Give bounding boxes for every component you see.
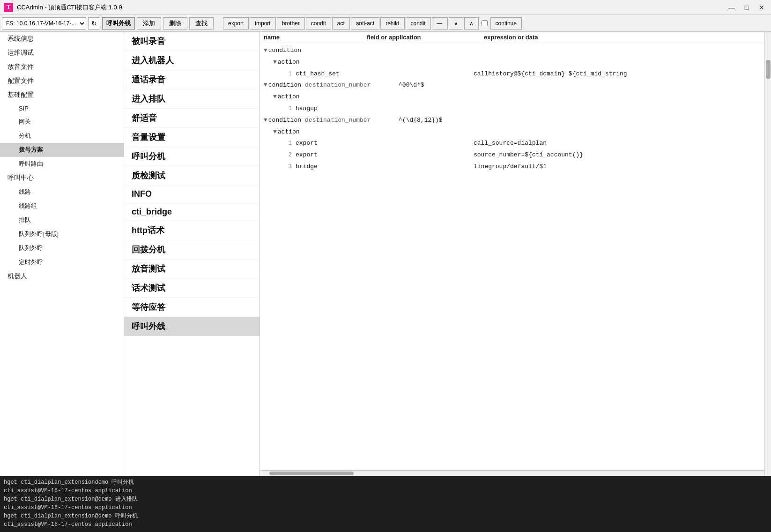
middle-list-item[interactable]: 通话录音 [124, 70, 259, 89]
tree-condition-expr: ^00\d*$ [399, 81, 424, 90]
close-button[interactable]: ✕ [756, 3, 767, 12]
sidebar-item[interactable]: 网关 [0, 115, 124, 129]
middle-list-item[interactable]: INFO [124, 185, 259, 203]
tree-row[interactable]: ▼ action [260, 91, 764, 103]
middle-list-item[interactable]: 质检测试 [124, 166, 259, 185]
maximize-button[interactable]: □ [741, 3, 752, 12]
tree-item-expr: callhistory@${cti_domain} ${cti_mid_stri… [474, 69, 627, 79]
tree-toggle[interactable]: ▼ [264, 116, 267, 126]
middle-list-item[interactable]: 等待应答 [124, 298, 259, 317]
middle-list-item[interactable]: 进入机器人 [124, 51, 259, 70]
col-name: name [264, 34, 367, 41]
tree-row[interactable]: 1cti_hash_setcallhistory@${cti_domain} $… [260, 68, 764, 80]
sidebar-item[interactable]: 定时外呼 [0, 255, 124, 269]
tree-condition-field: destination_number [305, 116, 399, 126]
sidebar-item[interactable]: 队列外呼 [0, 241, 124, 255]
sidebar-item[interactable]: 排队 [0, 213, 124, 227]
tree-row[interactable]: ▼ action [260, 57, 764, 68]
tree-row[interactable]: ▼ conditiondestination_number^00\d*$ [260, 80, 764, 91]
app-title: CCAdmin - 顶顶通CTI接口客户端 1.0.9 [17, 3, 726, 12]
delete-button[interactable]: 删除 [163, 17, 187, 30]
search-button[interactable]: 查找 [189, 17, 214, 30]
middle-list-item[interactable]: 呼叫外线 [124, 317, 259, 336]
down-button[interactable]: ∨ [449, 17, 463, 30]
right-toolbar: export import brother condit act anti-ac… [223, 17, 522, 30]
sidebar-item[interactable]: 基础配置 [0, 88, 124, 102]
tree-row[interactable]: ▼ action [260, 126, 764, 138]
tree-item-expr: linegroup/default/$1 [474, 162, 547, 172]
h-scrollbar-thumb [269, 472, 354, 475]
sidebar-item[interactable]: 线路 [0, 185, 124, 199]
tree-toggle[interactable]: ▼ [273, 58, 277, 67]
middle-list-item[interactable]: 放音测试 [124, 259, 259, 279]
log-line: hget cti_dialplan_extension@demo 进入排队 [4, 495, 767, 503]
sidebar-item[interactable]: 呼叫中心 [0, 171, 124, 185]
tree-item-expr: call_source=dialplan [474, 139, 547, 148]
tree-row[interactable]: ▼ conditiondestination_number^(\d{8,12})… [260, 115, 764, 126]
tree-item-name: hangup [296, 104, 371, 114]
sidebar-item[interactable]: 系统信息 [0, 32, 124, 46]
middle-list-item[interactable]: cti_bridge [124, 203, 259, 221]
sidebar-item[interactable]: SIP [0, 102, 124, 115]
window-controls: — □ ✕ [726, 3, 767, 12]
middle-list-item[interactable]: 话术测试 [124, 279, 259, 298]
sidebar-item[interactable]: 配置文件 [0, 74, 124, 88]
tree-condition-name: condition [268, 81, 301, 90]
tree-row[interactable]: 1hangup [260, 103, 764, 115]
child-cond-button[interactable]: condit [406, 17, 431, 30]
tree-item-num: 1 [282, 69, 292, 79]
log-line: cti_assist@VM-16-17-centos application [4, 487, 767, 495]
middle-list-item[interactable]: 被叫录音 [124, 32, 259, 51]
log-area: hget cti_dialplan_extensiondemo 呼叫分机cti_… [0, 476, 771, 532]
sidebar-item[interactable]: 呼叫路由 [0, 157, 124, 171]
sidebar-item[interactable]: 拨号方案 [0, 143, 124, 157]
middle-list-item[interactable]: 舒适音 [124, 109, 259, 128]
horizontal-scrollbar[interactable] [260, 470, 764, 476]
tree-row[interactable]: 1exportcall_source=dialplan [260, 138, 764, 149]
middle-list-item[interactable]: http话术 [124, 221, 259, 240]
tree-action-name: action [278, 58, 300, 67]
tree-toggle[interactable]: ▼ [273, 127, 277, 137]
middle-list-item[interactable]: 音量设置 [124, 128, 259, 147]
tree-item-name: export [296, 150, 371, 160]
add-button[interactable]: 添加 [137, 17, 161, 30]
continue-button[interactable]: continue [490, 17, 522, 30]
tree-row[interactable]: ▼ condition [260, 45, 764, 57]
sidebar-item[interactable]: 机器人 [0, 269, 124, 283]
sidebar-item[interactable]: 放音文件 [0, 60, 124, 74]
tree-toggle[interactable]: ▼ [264, 46, 267, 56]
tree-toggle[interactable]: ▼ [273, 92, 277, 102]
checkbox-input[interactable] [482, 20, 488, 26]
act-button[interactable]: act [332, 17, 350, 30]
export-button[interactable]: export [223, 17, 249, 30]
tree-row[interactable]: 2exportsource_number=${cti_account()} [260, 149, 764, 161]
right-scrollbar[interactable] [764, 32, 771, 476]
tree-header: name field or application expression or … [260, 32, 764, 43]
log-line: cti_assist@VM-16-17-centos application [4, 503, 767, 512]
middle-list-item[interactable]: 进入排队 [124, 89, 259, 109]
minus-button[interactable]: — [432, 17, 448, 30]
titlebar: T CCAdmin - 顶顶通CTI接口客户端 1.0.9 — □ ✕ [0, 0, 771, 15]
import-button[interactable]: import [250, 17, 275, 30]
middle-list-item[interactable]: 呼叫分机 [124, 147, 259, 166]
server-select[interactable]: FS: 10.0.16.17-VM-16-17-... [2, 17, 86, 30]
sidebar-item[interactable]: 运维调试 [0, 46, 124, 60]
child-button[interactable]: rehild [380, 17, 404, 30]
middle-list-item[interactable]: 回拨分机 [124, 240, 259, 259]
right-scrollbar-thumb [766, 60, 771, 79]
log-line: hget cti_dialplan_extension@demo 呼叫分机 [4, 512, 767, 520]
up-button[interactable]: ∧ [464, 17, 479, 30]
brother-button[interactable]: brother [277, 17, 305, 30]
sidebar-item[interactable]: 线路组 [0, 199, 124, 213]
tree-view: ▼ condition▼ action1cti_hash_setcallhist… [260, 43, 764, 470]
minimize-button[interactable]: — [726, 3, 737, 12]
tree-item-name: cti_hash_set [296, 69, 371, 79]
sidebar-item[interactable]: 分机 [0, 129, 124, 143]
tree-toggle[interactable]: ▼ [264, 81, 267, 90]
refresh-button[interactable]: ↻ [88, 17, 100, 30]
tree-row[interactable]: 3bridgelinegroup/default/$1 [260, 161, 764, 173]
sidebar-item[interactable]: 队列外呼[母版] [0, 227, 124, 241]
anti-act-button[interactable]: anti-act [351, 17, 379, 30]
condition-button[interactable]: condit [306, 17, 331, 30]
col-field: field or application [367, 34, 484, 41]
